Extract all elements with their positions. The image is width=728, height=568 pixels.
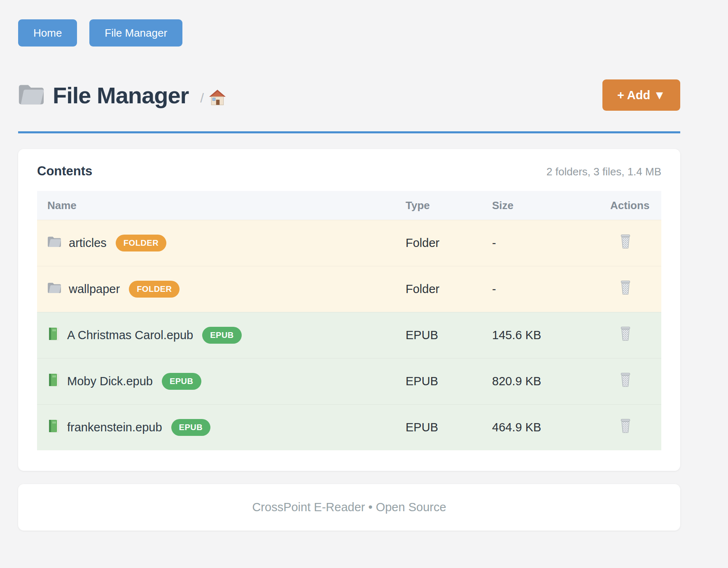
trash-icon — [619, 428, 632, 435]
table-row: A Christmas Carol.epub EPUB EPUB 145.6 K… — [37, 312, 661, 358]
type-cell: Folder — [406, 282, 492, 296]
item-name-link[interactable]: articles — [69, 236, 107, 250]
epub-book-icon — [47, 373, 60, 390]
type-badge: EPUB — [162, 373, 201, 390]
size-cell: 820.9 KB — [492, 375, 610, 388]
delete-button[interactable] — [619, 280, 632, 295]
size-cell: - — [492, 236, 610, 250]
home-button[interactable]: Home — [18, 19, 77, 47]
table-row: frankenstein.epub EPUB EPUB 464.9 KB — [37, 404, 661, 450]
name-cell: wallpaper FOLDER — [47, 281, 406, 298]
home-breadcrumb-icon[interactable] — [209, 89, 226, 107]
contents-card: Contents 2 folders, 3 files, 1.4 MB Name… — [18, 149, 680, 471]
contents-summary: 2 folders, 3 files, 1.4 MB — [546, 165, 661, 178]
top-nav: Home File Manager — [18, 19, 680, 47]
item-name-link[interactable]: wallpaper — [69, 282, 120, 296]
delete-button[interactable] — [619, 326, 632, 341]
contents-title: Contents — [37, 164, 92, 179]
size-cell: 145.6 KB — [492, 328, 610, 342]
page-header: File Manager / + Add ▼ — [18, 79, 680, 111]
breadcrumb: / — [200, 91, 204, 106]
type-badge: EPUB — [202, 327, 242, 344]
add-dropdown-button[interactable]: + Add ▼ — [602, 79, 680, 111]
table-row: articles FOLDER Folder - — [37, 220, 661, 266]
title-group: File Manager / — [18, 82, 602, 109]
column-header-size: Size — [492, 199, 610, 212]
name-cell: frankenstein.epub EPUB — [47, 419, 406, 436]
table-body: articles FOLDER Folder - wallpaper FOLDE… — [37, 220, 661, 450]
type-cell: Folder — [406, 236, 492, 250]
table-row: Moby Dick.epub EPUB EPUB 820.9 KB — [37, 358, 661, 404]
header-divider — [18, 131, 680, 133]
page: Home File Manager File Manager / — [0, 0, 728, 568]
file-table: Name Type Size Actions articles FOLDER F… — [37, 191, 661, 450]
type-cell: EPUB — [406, 328, 492, 342]
item-name-link[interactable]: A Christmas Carol.epub — [67, 328, 193, 342]
size-cell: - — [492, 282, 610, 296]
contents-header: Contents 2 folders, 3 files, 1.4 MB — [37, 164, 661, 179]
delete-button[interactable] — [619, 234, 632, 249]
name-cell: articles FOLDER — [47, 235, 406, 251]
file-manager-button[interactable]: File Manager — [89, 19, 182, 47]
size-cell: 464.9 KB — [492, 421, 610, 434]
column-header-type: Type — [406, 199, 492, 212]
folder-icon — [47, 282, 61, 296]
delete-button[interactable] — [619, 419, 632, 433]
name-cell: A Christmas Carol.epub EPUB — [47, 327, 406, 344]
column-header-actions: Actions — [610, 199, 661, 212]
table-header-row: Name Type Size Actions — [37, 191, 661, 220]
table-row: wallpaper FOLDER Folder - — [37, 266, 661, 312]
type-cell: EPUB — [406, 375, 492, 388]
trash-icon — [619, 290, 632, 296]
column-header-name: Name — [47, 199, 406, 212]
item-name-link[interactable]: Moby Dick.epub — [67, 375, 153, 388]
trash-icon — [619, 244, 632, 250]
trash-icon — [619, 336, 632, 342]
folder-icon — [47, 236, 61, 250]
name-cell: Moby Dick.epub EPUB — [47, 373, 406, 390]
type-cell: EPUB — [406, 421, 492, 434]
epub-book-icon — [47, 419, 60, 436]
type-badge: FOLDER — [116, 235, 166, 251]
type-badge: FOLDER — [129, 281, 180, 298]
epub-book-icon — [47, 327, 60, 344]
folder-icon — [18, 83, 44, 107]
footer: CrossPoint E-Reader • Open Source — [18, 484, 680, 531]
footer-text: CrossPoint E-Reader • Open Source — [252, 500, 446, 514]
item-name-link[interactable]: frankenstein.epub — [67, 421, 162, 434]
delete-button[interactable] — [619, 372, 632, 387]
page-title: File Manager — [53, 82, 189, 109]
type-badge: EPUB — [171, 419, 211, 436]
trash-icon — [619, 382, 632, 389]
